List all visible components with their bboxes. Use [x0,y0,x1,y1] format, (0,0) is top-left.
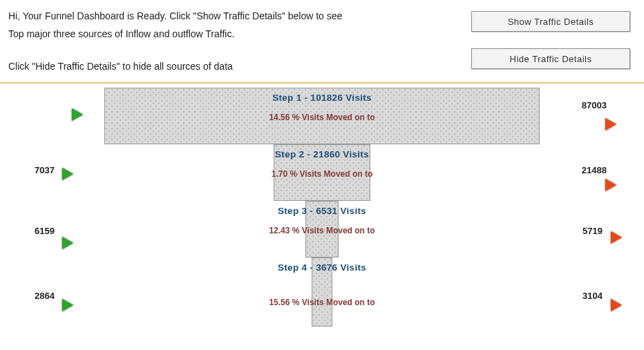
step-2-sub: 1.70 % Visits Moved on to [272,169,372,179]
intro-line-2: Top major three sources of Inflow and ou… [8,26,451,41]
outflow-value-1: 87003 [582,100,607,110]
funnel-step-4: Step 4 - 3676 Visits 15.56 % Visits Move… [312,257,332,327]
step-1-title: Step 1 - 101826 Visits [272,93,372,103]
outflow-icon-2 [605,179,616,191]
outflow-value-2: 21488 [582,165,607,175]
inflow-value-2: 7037 [35,165,55,175]
intro-line-1: Hi, Your Funnel Dashboard is Ready. Clic… [8,8,451,23]
step-1-sub: 14.56 % Visits Moved on to [269,113,375,122]
button-group: Show Traffic Details Hide Traffic Detail… [451,8,630,77]
outflow-icon-3 [611,231,622,244]
header: Hi, Your Funnel Dashboard is Ready. Clic… [0,0,644,84]
outflow-value-4: 3104 [583,291,603,301]
funnel-chart: Step 1 - 101826 Visits 14.56 % Visits Mo… [0,84,644,332]
step-2-title: Step 2 - 21860 Visits [275,149,369,159]
step-4-title: Step 4 - 3676 Visits [278,262,366,273]
outflow-value-3: 5719 [583,226,603,236]
intro-text: Hi, Your Funnel Dashboard is Ready. Clic… [8,8,451,77]
outflow-icon-1 [605,118,616,130]
inflow-icon-2 [62,168,73,180]
inflow-icon-3 [62,237,73,249]
show-traffic-button[interactable]: Show Traffic Details [471,11,630,32]
funnel-step-3: Step 3 - 6531 Visits 12.43 % Visits Move… [305,201,339,257]
step-4-sub: 15.56 % Visits Moved on to [269,298,375,307]
inflow-icon-4 [62,299,73,311]
funnel-step-1: Step 1 - 101826 Visits 14.56 % Visits Mo… [104,88,540,144]
inflow-value-3: 6159 [35,226,55,236]
intro-line-3: Click "Hide Traffic Details" to hide all… [8,59,451,74]
inflow-value-4: 2864 [35,291,55,301]
step-3-title: Step 3 - 6531 Visits [278,206,366,216]
hide-traffic-button[interactable]: Hide Traffic Details [471,48,630,69]
outflow-icon-4 [611,299,622,311]
inflow-icon-1 [72,108,83,121]
step-3-sub: 12.43 % Visits Moved on to [269,226,375,235]
funnel-step-2: Step 2 - 21860 Visits 1.70 % Visits Move… [274,144,370,201]
